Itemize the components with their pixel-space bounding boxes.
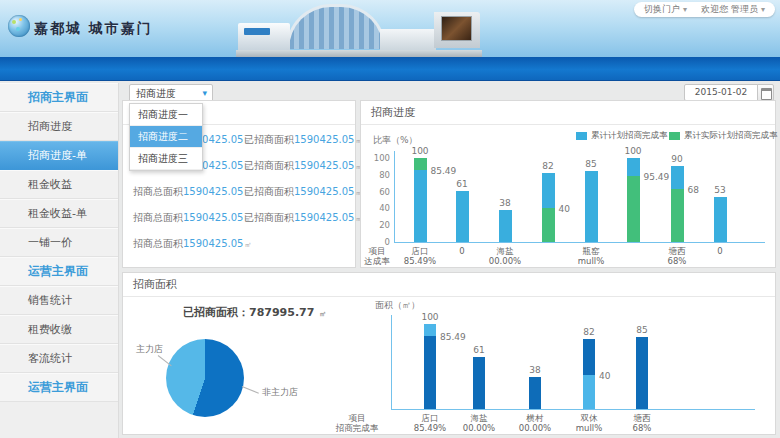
y-tick-60: 60 — [366, 187, 390, 197]
summary-row: 招商总面积1590425.05㎡已招商面积1590425.05㎡ — [123, 179, 355, 205]
report-option-1[interactable]: 招商进度一 — [130, 104, 202, 126]
bar-segment-blue[interactable] — [585, 171, 598, 242]
category-name: 店口 — [402, 413, 458, 423]
sidebar-item-运营主界面: 运营主界面 — [0, 373, 118, 402]
calendar-button[interactable] — [757, 84, 774, 101]
bar-海盐[interactable] — [473, 357, 485, 409]
logo-icon — [8, 15, 30, 37]
bar-segment-light[interactable] — [424, 324, 436, 336]
bar-店口[interactable] — [414, 158, 427, 242]
report-select-menu: 招商进度一招商进度二招商进度三 — [129, 103, 203, 171]
bar-side-label: 40 — [559, 204, 570, 214]
top-nav: 切换门户 ▾ 欢迎您 管理员 ▾ — [634, 2, 775, 17]
bar-value-label: 38 — [490, 198, 520, 208]
category-rate: mull% — [561, 423, 617, 433]
bar-value-label: 85 — [576, 159, 606, 169]
summary-value: 1590425.05 — [294, 134, 354, 145]
bar-segment-blue[interactable] — [714, 197, 727, 242]
sidebar-item-客流统计[interactable]: 客流统计 — [0, 344, 118, 373]
y-axis-line — [391, 315, 392, 409]
bar-0[interactable] — [714, 197, 727, 242]
category-name: 0 — [692, 246, 748, 256]
y-axis-line — [394, 151, 395, 242]
bar-item-4[interactable] — [542, 173, 555, 242]
bar-店口[interactable] — [424, 324, 436, 409]
logo-dot — [16, 27, 20, 31]
report-option-3[interactable]: 招商进度三 — [130, 148, 202, 170]
bar-value-label: 53 — [705, 185, 735, 195]
bar-value-label: 100 — [618, 146, 648, 156]
bar-value-label: 82 — [533, 161, 563, 171]
sidebar-item-一铺一价[interactable]: 一铺一价 — [0, 228, 118, 257]
building-left-wing — [238, 23, 290, 50]
building-billboard — [434, 12, 480, 48]
category-label: 海盐00.00% — [477, 246, 533, 266]
category-label: 瓶窑mull% — [563, 246, 619, 266]
bar-segment-dark[interactable] — [636, 337, 648, 409]
summary-label: 已招商面积 — [244, 134, 294, 145]
bar-塘西[interactable] — [636, 337, 648, 409]
switch-portal-menu[interactable]: 切换门户 ▾ — [644, 3, 687, 16]
bar-segment-blue[interactable] — [671, 166, 684, 189]
category-name: 瓶窑 — [563, 246, 619, 256]
x-axis-name: 项目达成率 — [362, 246, 392, 266]
category-name: 双休 — [561, 413, 617, 423]
bar-0[interactable] — [456, 191, 469, 242]
summary-leased-area: 已招商面积1590425.05㎡ — [244, 133, 362, 147]
bar-segment-dark[interactable] — [583, 339, 595, 375]
caret-down-icon: ▾ — [683, 5, 687, 14]
bar-segment-dark[interactable] — [473, 357, 485, 409]
y-tick-40: 40 — [366, 203, 390, 213]
summary-total-area: 招商总面积1590425.05㎡ — [133, 185, 251, 199]
bar-segment-green[interactable] — [414, 158, 427, 170]
bar-segment-green[interactable] — [627, 176, 640, 242]
y-tick-100: 100 — [366, 153, 390, 163]
sidebar-item-租金收益-单[interactable]: 租金收益-单 — [0, 199, 118, 228]
bar-塘西[interactable] — [671, 166, 684, 242]
bar-segment-dark[interactable] — [424, 336, 436, 409]
x-axis-name-line: 项目 — [362, 246, 392, 256]
report-option-2[interactable]: 招商进度二 — [130, 126, 202, 148]
sidebar-item-租金收益[interactable]: 租金收益 — [0, 170, 118, 199]
bar-item-6[interactable] — [627, 158, 640, 242]
category-rate: 85.49% — [392, 256, 448, 266]
summary-value: 1590425.05 — [183, 212, 243, 223]
bar-瓶窑[interactable] — [585, 171, 598, 242]
date-input[interactable]: 2015-01-02 — [684, 84, 758, 101]
summary-value: 1590425.05 — [294, 160, 354, 171]
sidebar-item-招商进度-单[interactable]: 招商进度-单 — [0, 141, 118, 170]
bar-segment-blue[interactable] — [414, 170, 427, 242]
unit-label: ㎡ — [244, 241, 251, 249]
x-axis-line — [391, 409, 755, 410]
building-sign — [244, 28, 270, 35]
sidebar-item-销售统计[interactable]: 销售统计 — [0, 286, 118, 315]
summary-label: 招商总面积 — [133, 186, 183, 197]
sidebar-item-招商进度[interactable]: 招商进度 — [0, 112, 118, 141]
bar-海盐[interactable] — [499, 210, 512, 242]
summary-label: 招商总面积 — [133, 238, 183, 249]
category-name: 横村 — [507, 413, 563, 423]
bar-segment-dark[interactable] — [529, 377, 541, 409]
summary-total-area: 招商总面积1590425.05㎡ — [133, 211, 251, 225]
bar-segment-light[interactable] — [583, 375, 595, 409]
bar-segment-blue[interactable] — [499, 210, 512, 242]
category-name: 塘西 — [614, 413, 670, 423]
summary-value: 1590425.05 — [294, 186, 354, 197]
bar-segment-blue[interactable] — [627, 158, 640, 176]
logo-text: 嘉都城 城市嘉门 — [34, 20, 153, 38]
user-menu[interactable]: 欢迎您 管理员 ▾ — [701, 3, 765, 16]
bar-双休[interactable] — [583, 339, 595, 409]
bar-segment-blue[interactable] — [542, 173, 555, 208]
x-axis-name: 项目招商完成率 — [326, 413, 388, 433]
bar-segment-blue[interactable] — [456, 191, 469, 242]
sidebar-item-租费收缴[interactable]: 租费收缴 — [0, 315, 118, 344]
bar-横村[interactable] — [529, 377, 541, 409]
bar-segment-green[interactable] — [671, 189, 684, 242]
summary-total-area: 招商总面积1590425.05㎡ — [133, 237, 251, 251]
summary-label: 招商总面积 — [133, 212, 183, 223]
x-axis-name-line: 项目 — [326, 413, 388, 423]
summary-label: 已招商面积 — [244, 186, 294, 197]
category-rate: 68% — [649, 256, 705, 266]
bar-segment-green[interactable] — [542, 208, 555, 242]
header-banner: 嘉都城 城市嘉门 切换门户 ▾ 欢迎您 管理员 ▾ — [0, 0, 780, 57]
